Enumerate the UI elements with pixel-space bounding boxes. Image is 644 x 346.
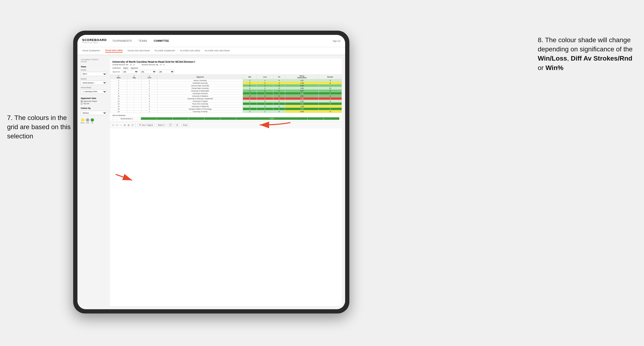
- table-row: 11 - 6 University of Arkansas, Fayettevi…: [110, 97, 342, 100]
- table-row: 9 - 1 University of Arizona 1 0 0 9.00 2: [110, 92, 342, 95]
- comment-button[interactable]: 💬: [168, 124, 173, 127]
- filter-row: Conference Region Opponent: [112, 67, 340, 69]
- legend-up: Up: [91, 118, 94, 124]
- gender-label: Gender: [81, 69, 107, 71]
- legend-level-circle: [86, 118, 89, 122]
- conference-filter: Conference: [112, 67, 121, 69]
- col-conf: #Conf: [142, 75, 158, 79]
- table-row: 14 - 0 University of Oklahoma 1 0 0 -1.0…: [110, 105, 342, 108]
- radio-top100[interactable]: Top 100: [81, 103, 107, 105]
- clock-icon[interactable]: ⏱: [132, 124, 134, 126]
- table-row: 13 - 1 Texas Tech University 3 0 0 5.56 …: [110, 103, 342, 105]
- undo-icon[interactable]: ↩: [112, 124, 114, 126]
- subnav-player-summary[interactable]: PLAYER SUMMARY: [155, 49, 176, 52]
- table-row: 3 - 2 Vanderbilt University 0 4 0 -2.29 …: [110, 82, 342, 84]
- subnav-player-h2h-heatmap[interactable]: PLAYER H2H HEATMAP: [205, 49, 230, 52]
- main-content: Last Updated: 27/03/2024 16:55:38 Team G…: [78, 55, 345, 309]
- legend-up-circle: [91, 118, 94, 122]
- col-reg: #Reg: [127, 75, 141, 79]
- annotation-left: 7. The colours in the grid are based on …: [7, 113, 73, 141]
- layout-button[interactable]: ⊟: [175, 124, 180, 127]
- out-of-division: Out of division NCAA Division II 1 0 0 2…: [110, 113, 342, 121]
- nav-committee[interactable]: COMMITTEE: [154, 40, 169, 42]
- region-filter: Region: [123, 67, 128, 69]
- col-tie: Tie: [273, 75, 285, 79]
- col-rounds: Rounds: [319, 75, 342, 79]
- watch-button[interactable]: Watch ▾: [156, 124, 166, 127]
- annotation-right: 8. The colour shade will change dependin…: [538, 35, 637, 72]
- subnav-team-summary[interactable]: TEAM SUMMARY: [82, 49, 100, 52]
- subnav-team-h2h-heatmap[interactable]: TEAM H2H HEATMAP: [128, 49, 150, 52]
- table-row: 6 - 2 Florida State University 4 2 0 1.8…: [110, 87, 342, 90]
- sign-out-link[interactable]: Sign out: [332, 40, 340, 42]
- grid-panel: University of North Carolina Head-to-Hea…: [110, 58, 342, 306]
- data-table: #Rank #Reg #Conf Opponent Win Loss Tie D…: [110, 74, 342, 113]
- logo: SCOREBOARD Powered by clippd: [82, 38, 107, 44]
- back-icon[interactable]: ←: [120, 124, 122, 126]
- radio-dot-opponents: [81, 100, 82, 102]
- tablet-frame: SCOREBOARD Powered by clippd TOURNAMENTS…: [73, 31, 350, 314]
- out-div-row: NCAA Division II 1 0 0 26.00 3: [112, 117, 340, 120]
- nav-teams[interactable]: TEAMS: [138, 40, 147, 42]
- radio-dot-top100: [81, 103, 82, 105]
- team-section-title: Team: [81, 65, 107, 68]
- division-label: Division: [81, 78, 107, 80]
- division-dropdown[interactable]: NCAA Division I: [81, 81, 107, 85]
- legend-row: Down Level Up: [81, 118, 107, 124]
- subnav-team-h2h-grid[interactable]: TEAM H2H GRID: [105, 49, 123, 53]
- redo-icon[interactable]: ↪: [116, 124, 118, 126]
- nav-tournaments[interactable]: TOURNAMENTS: [112, 40, 132, 42]
- table-row: 8 - 2 University of Washington 1 0 0 3.6…: [110, 90, 342, 92]
- opponent-view-title: Opponent View: [81, 97, 107, 99]
- legend-level: Level: [86, 118, 89, 124]
- out-div-title: Out of division: [112, 114, 340, 116]
- school-dropdown[interactable]: 1. University of Nort...: [81, 90, 107, 94]
- tablet-screen: SCOREBOARD Powered by clippd TOURNAMENTS…: [78, 35, 345, 309]
- radio-opponents-played[interactable]: Opponents Played: [81, 100, 107, 102]
- opponent-dropdown[interactable]: (All): [158, 70, 174, 74]
- table-row: 4 - 1 Arizona State University 5 1 0 2.2…: [110, 84, 342, 87]
- filter-sub-row: Opponents: (All) (All) (All): [112, 70, 340, 74]
- school-label: School (Rank): [81, 87, 107, 88]
- table-row: 2 - 1 Auburn University 2 1 0 1.67 9: [110, 79, 342, 82]
- share-button[interactable]: Share: [181, 124, 189, 127]
- watch-chevron: ▾: [164, 124, 164, 126]
- conference-dropdown[interactable]: (All): [122, 70, 138, 74]
- col-rank: #Rank: [110, 75, 127, 79]
- colour-by-title: Colour by: [81, 107, 107, 109]
- gender-dropdown[interactable]: Men's: [81, 72, 107, 76]
- col-win: Win: [243, 75, 257, 79]
- out-of-division-table: NCAA Division II 1 0 0 26.00 3: [112, 117, 340, 120]
- camera-icon[interactable]: ⊕: [124, 124, 126, 126]
- colour-by-dropdown[interactable]: Win/loss: [81, 111, 107, 115]
- region-dropdown[interactable]: (All): [140, 70, 156, 74]
- left-panel: Last Updated: 27/03/2024 16:55:38 Team G…: [81, 58, 107, 306]
- grid-records: Overall Record: 89 - 17 - 0 Division Rec…: [112, 64, 340, 66]
- nav-links: TOURNAMENTS TEAMS COMMITTEE: [112, 40, 332, 42]
- table-row: 12 - 3 University of Virginia 1 0 0 2.33…: [110, 100, 342, 103]
- legend-down: Down: [81, 118, 84, 124]
- legend-down-circle: [81, 118, 84, 122]
- table-row: 10 - 5 University of Alabama 3 0 0 2.61 …: [110, 95, 342, 97]
- view-original-button[interactable]: 👁 View: Original: [138, 124, 154, 127]
- sub-nav: TEAM SUMMARY TEAM H2H GRID TEAM H2H HEAT…: [78, 47, 345, 55]
- subnav-player-h2h-grid[interactable]: PLAYER H2H GRID: [180, 49, 200, 52]
- grid-title: University of North Carolina Head-to-Hea…: [112, 60, 340, 63]
- col-diff: Diff AvStrokes/Rnd: [285, 75, 319, 79]
- last-updated: Last Updated: 27/03/2024 16:55:38: [81, 58, 107, 63]
- bottom-toolbar: ↩ ↪ ← ⊕ ⊞ ⏱ 👁 View: Original Watch ▾: [110, 121, 342, 129]
- nav-bar: SCOREBOARD Powered by clippd TOURNAMENTS…: [78, 35, 345, 47]
- col-opponent: Opponent: [158, 75, 243, 79]
- toolbar-divider: [136, 124, 136, 127]
- table-row: 15 - 4 Georgia Institute of Technology 5…: [110, 108, 342, 110]
- opponent-filter: Opponent: [131, 67, 138, 69]
- view-icon: 👁: [139, 124, 141, 126]
- grid-header: University of North Carolina Head-to-Hea…: [110, 58, 342, 74]
- copy-icon[interactable]: ⊞: [128, 124, 130, 126]
- table-row: 16 - 2 University of Florida 3 1 0 -6.62…: [110, 110, 342, 113]
- col-loss: Loss: [257, 75, 273, 79]
